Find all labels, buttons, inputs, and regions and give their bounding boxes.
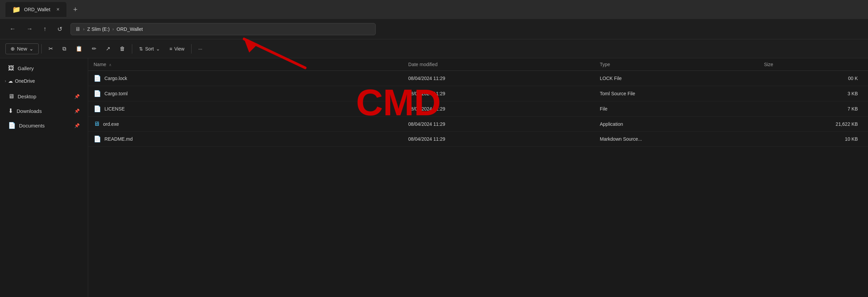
- title-bar: 📁 ORD_Wallet × +: [0, 0, 868, 19]
- expand-icon: ›: [5, 79, 6, 83]
- share-button[interactable]: ↗: [102, 43, 114, 54]
- share-icon: ↗: [106, 45, 110, 52]
- computer-icon: 🖥: [75, 26, 80, 32]
- file-type: Application: [594, 117, 758, 132]
- file-name: README.md: [104, 136, 133, 142]
- tab-close-button[interactable]: ×: [56, 6, 59, 13]
- cut-icon: ✂: [48, 45, 53, 52]
- sort-icon: ⇅: [139, 46, 143, 52]
- back-button[interactable]: ←: [7, 23, 18, 35]
- forward-button[interactable]: →: [24, 23, 35, 35]
- file-table: Name ∧ Date modified Type Size 📄 Cargo.l…: [88, 58, 868, 147]
- file-type: Toml Source File: [594, 86, 758, 101]
- file-table-header: Name ∧ Date modified Type Size: [88, 58, 868, 71]
- file-size: 10 KB: [758, 132, 868, 147]
- file-size: 3 KB: [758, 86, 868, 101]
- sidebar-item-downloads[interactable]: ⬇ Downloads 📌: [1, 104, 86, 118]
- delete-icon: 🗑: [120, 46, 125, 52]
- tab-folder-icon: 📁: [12, 5, 21, 14]
- paste-icon: 📋: [76, 45, 82, 52]
- col-header-date[interactable]: Date modified: [403, 58, 594, 71]
- view-label: View: [174, 46, 184, 52]
- cut-button[interactable]: ✂: [44, 43, 57, 54]
- file-size: 7 KB: [758, 101, 868, 117]
- desktop-icon: 🖥: [8, 93, 14, 100]
- sidebar-item-label: Documents: [19, 123, 45, 128]
- toolbar-divider-1: [41, 44, 42, 54]
- table-row[interactable]: 📄 README.md 08/04/2024 11:29 Markdown So…: [88, 132, 868, 147]
- new-button[interactable]: ⊕ New ⌄: [5, 43, 39, 54]
- view-button[interactable]: ≡ View: [165, 44, 189, 54]
- sidebar-item-label: Gallery: [18, 65, 34, 71]
- view-icon: ≡: [170, 46, 172, 52]
- up-button[interactable]: ↑: [41, 23, 49, 35]
- paste-button[interactable]: 📋: [72, 43, 86, 54]
- pin-icon: 📌: [74, 94, 80, 99]
- new-icon: ⊕: [11, 46, 15, 52]
- file-name-cell: 📄 LICENSE: [88, 101, 403, 117]
- sidebar-item-label: Downloads: [17, 108, 42, 114]
- file-name-cell: 📄 Cargo.lock: [88, 71, 403, 86]
- file-icon: 📄: [94, 75, 101, 82]
- file-date: 08/04/2024 11:29: [403, 71, 594, 86]
- file-size: 21,622 KB: [758, 117, 868, 132]
- copy-button[interactable]: ⧉: [58, 44, 70, 54]
- file-size: 00 K: [758, 71, 868, 86]
- file-name: LICENSE: [104, 106, 125, 112]
- file-name: Cargo.lock: [104, 76, 127, 81]
- breadcrumb-folder: ORD_Wallet: [117, 26, 143, 32]
- sidebar-item-documents[interactable]: 📄 Documents 📌: [1, 118, 86, 133]
- sort-label: Sort: [145, 46, 154, 52]
- tab-title: ORD_Wallet: [24, 7, 50, 12]
- sidebar-item-onedrive-expand[interactable]: › ☁ OneDrive: [0, 76, 88, 86]
- file-name: ord.exe: [103, 121, 119, 127]
- sidebar-item-label: OneDrive: [15, 78, 35, 84]
- rename-button[interactable]: ✏: [88, 43, 100, 54]
- sidebar: 🖼 Gallery › ☁ OneDrive 🖥 Desktop 📌 ⬇ Dow…: [0, 58, 88, 297]
- table-row[interactable]: 🖥 ord.exe 08/04/2024 11:29 Application 2…: [88, 117, 868, 132]
- sort-button[interactable]: ⇅ Sort ⌄: [135, 44, 164, 54]
- pin-icon: 📌: [74, 123, 80, 128]
- col-header-name[interactable]: Name ∧: [88, 58, 403, 71]
- col-header-size[interactable]: Size: [758, 58, 868, 71]
- address-box[interactable]: 🖥 › Z Slim (E:) › ORD_Wallet: [71, 23, 376, 35]
- toolbar-divider-2: [132, 44, 132, 54]
- refresh-button[interactable]: ↺: [55, 23, 65, 35]
- file-table-body: 📄 Cargo.lock 08/04/2024 11:29 LOCK File …: [88, 71, 868, 147]
- file-icon: 📄: [94, 105, 101, 113]
- file-date: 08/04/2024 11:29: [403, 117, 594, 132]
- file-icon: 📄: [94, 90, 101, 97]
- tab-ord-wallet[interactable]: 📁 ORD_Wallet ×: [5, 2, 66, 17]
- sort-chevron-icon: ⌄: [156, 46, 160, 52]
- file-name: Cargo.toml: [104, 91, 127, 96]
- onedrive-icon: ☁: [8, 78, 13, 84]
- file-type: LOCK File: [594, 71, 758, 86]
- toolbar: ⊕ New ⌄ ✂ ⧉ 📋 ✏ ↗ 🗑 ⇅ Sort ⌄ ≡ View ···: [0, 39, 868, 58]
- file-name-cell: 📄 Cargo.toml: [88, 86, 403, 101]
- file-type: File: [594, 101, 758, 117]
- file-type: Markdown Source...: [594, 132, 758, 147]
- col-header-type[interactable]: Type: [594, 58, 758, 71]
- documents-icon: 📄: [8, 122, 16, 129]
- sidebar-item-gallery[interactable]: 🖼 Gallery: [1, 61, 86, 75]
- sidebar-item-label: Desktop: [18, 94, 36, 99]
- more-button[interactable]: ···: [194, 44, 206, 54]
- file-date: 08/04/2024 11:29: [403, 132, 594, 147]
- file-name-cell: 🖥 ord.exe: [88, 117, 403, 132]
- table-row[interactable]: 📄 Cargo.lock 08/04/2024 11:29 LOCK File …: [88, 71, 868, 86]
- copy-icon: ⧉: [62, 46, 66, 52]
- file-date: 08/04/2024 11:29: [403, 101, 594, 117]
- file-name-cell: 📄 README.md: [88, 132, 403, 147]
- file-area: Name ∧ Date modified Type Size 📄 Cargo.l…: [88, 58, 868, 297]
- table-row[interactable]: 📄 LICENSE 08/04/2024 11:29 File 7 KB: [88, 101, 868, 117]
- toolbar-divider-3: [191, 44, 192, 54]
- sort-arrow-icon: ∧: [109, 63, 112, 67]
- main-layout: 🖼 Gallery › ☁ OneDrive 🖥 Desktop 📌 ⬇ Dow…: [0, 58, 868, 297]
- new-tab-button[interactable]: +: [73, 5, 78, 14]
- delete-button[interactable]: 🗑: [116, 44, 129, 54]
- sidebar-item-desktop[interactable]: 🖥 Desktop 📌: [1, 90, 86, 103]
- new-label: New: [17, 46, 27, 52]
- file-icon: 📄: [94, 135, 101, 143]
- table-row[interactable]: 📄 Cargo.toml 08/04/2024 11:29 Toml Sourc…: [88, 86, 868, 101]
- gallery-icon: 🖼: [8, 65, 14, 72]
